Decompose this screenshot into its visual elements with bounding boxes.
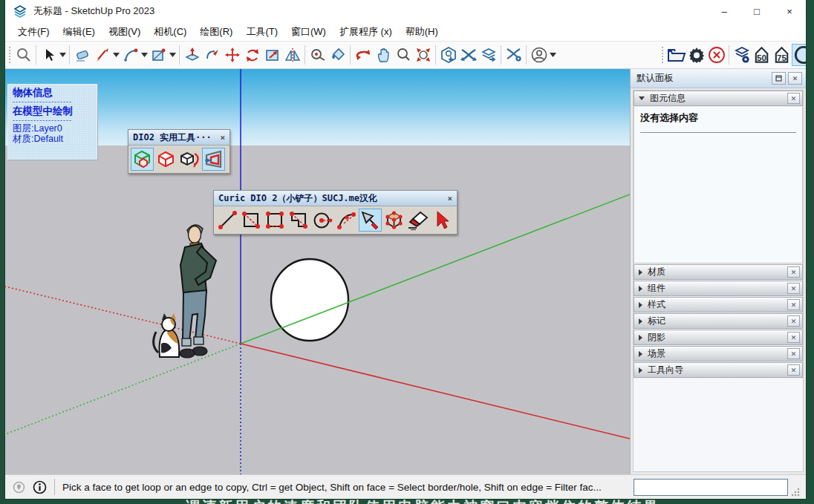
section-close-icon[interactable]: ✕: [787, 266, 800, 278]
rotate-icon[interactable]: [242, 45, 262, 65]
model-viewport[interactable]: 物体信息 -------------------- 在模型中绘制 -------…: [5, 69, 630, 474]
sketchup-window: 无标题 - SketchUp Pro 2023 – □ × 文件(F) 编辑(E…: [5, 0, 806, 499]
section-scenes[interactable]: 场景 ✕: [634, 346, 803, 361]
extension-download-icon[interactable]: [438, 45, 458, 65]
circle-center-icon[interactable]: [311, 209, 334, 232]
layers-eye-icon[interactable]: [732, 45, 752, 65]
flip-icon[interactable]: [282, 45, 302, 65]
statusbar-divider: [54, 479, 55, 495]
zoom-icon[interactable]: [393, 45, 413, 65]
tape-measure-icon[interactable]: [307, 45, 328, 65]
cube-vertices-icon[interactable]: [382, 209, 406, 232]
arc-3pt-icon[interactable]: [335, 209, 358, 232]
menu-extensions[interactable]: 扩展程序 (x): [333, 22, 399, 41]
two-point-arc-icon[interactable]: [120, 45, 140, 65]
minimize-button[interactable]: –: [708, 0, 740, 22]
section-close-icon[interactable]: ✕: [787, 332, 800, 343]
menu-window[interactable]: 窗口(W): [284, 22, 333, 41]
svg-text:50: 50: [757, 53, 766, 62]
scale-icon[interactable]: [262, 45, 282, 65]
section-shadows[interactable]: 阴影 ✕: [634, 330, 803, 345]
settings-gear-icon[interactable]: [686, 45, 706, 65]
account-icon[interactable]: [529, 45, 549, 65]
default-tray-panel: 默认面板 ✕ 图元信息 ✕ 没有选择内容: [630, 69, 806, 474]
section-tags[interactable]: 标记 ✕: [634, 313, 803, 329]
cancel-red-icon[interactable]: [706, 45, 726, 65]
pencil-line-icon[interactable]: [92, 45, 112, 65]
menu-draw[interactable]: 绘图(R): [193, 22, 239, 41]
curic-close-icon[interactable]: ×: [446, 194, 454, 203]
section-materials[interactable]: 材质 ✕: [634, 264, 803, 280]
dio2-close-icon[interactable]: ×: [218, 133, 227, 143]
rect-diagonal-icon[interactable]: [240, 209, 263, 232]
menu-camera[interactable]: 相机(C): [147, 22, 193, 41]
section-close-icon[interactable]: ✕: [787, 93, 800, 104]
section-close-icon[interactable]: ✕: [787, 348, 800, 359]
zoom-extents-icon[interactable]: [413, 45, 433, 65]
panel-titlebar: 默认面板 ✕: [631, 69, 806, 88]
dio2-toolbar-titlebar[interactable]: DIO2 实用工具··· ×: [128, 130, 229, 145]
polyline-shape-icon[interactable]: [287, 209, 310, 232]
rect-points-icon[interactable]: [264, 209, 287, 232]
cube-unwrap-icon[interactable]: [178, 148, 201, 171]
status-bar: Pick a face to get loop or an edge to co…: [5, 474, 806, 499]
menu-help[interactable]: 帮助(H): [399, 22, 445, 41]
folder-icon[interactable]: [666, 45, 686, 65]
resize-grip[interactable]: [791, 488, 800, 497]
account-dropdown-icon[interactable]: [549, 45, 557, 65]
section-entity-info[interactable]: 图元信息 ✕: [634, 91, 803, 106]
curic-toolbar-title: Curic DIO 2（小铲子）SUCJ.me汉化: [218, 192, 377, 205]
pan-icon[interactable]: [373, 45, 393, 65]
follow-me-icon[interactable]: [202, 45, 222, 65]
section-close-icon[interactable]: ✕: [787, 283, 800, 294]
door-swing-icon[interactable]: [202, 148, 225, 171]
cube-green-red-icon[interactable]: [131, 148, 154, 171]
orbit-icon[interactable]: [353, 45, 373, 65]
cube-red-icon[interactable]: [154, 148, 178, 171]
c-tool-highlighted-icon[interactable]: [792, 44, 806, 66]
extension-settings-icon[interactable]: [504, 45, 524, 65]
info-icon[interactable]: [32, 480, 47, 494]
no-selection-message: 没有选择内容: [640, 111, 796, 125]
trowel-selected-icon[interactable]: [359, 209, 382, 232]
menu-edit[interactable]: 编辑(E): [56, 22, 102, 41]
curic-toolbar-titlebar[interactable]: Curic DIO 2（小铲子）SUCJ.me汉化 ×: [214, 191, 457, 206]
zoom-window-icon[interactable]: [13, 45, 33, 65]
measurement-input[interactable]: [634, 479, 788, 496]
section-close-icon[interactable]: ✕: [787, 364, 800, 376]
push-pull-icon[interactable]: [182, 45, 202, 65]
pencil-dropdown-icon[interactable]: [112, 45, 120, 65]
select-red-arrow-icon[interactable]: [430, 209, 453, 232]
section-styles[interactable]: 样式 ✕: [634, 297, 803, 312]
rectangle-icon[interactable]: [149, 45, 169, 65]
chevron-right-icon: [639, 351, 642, 357]
close-button[interactable]: ×: [773, 0, 806, 22]
section-components[interactable]: 组件 ✕: [634, 281, 803, 296]
line-2pt-icon[interactable]: [216, 209, 239, 232]
arc-dropdown-icon[interactable]: [140, 45, 149, 65]
menu-tools[interactable]: 工具(T): [239, 22, 284, 41]
menu-file[interactable]: 文件(F): [11, 22, 56, 41]
section-instructor[interactable]: 工具向导 ✕: [634, 362, 803, 378]
section-close-icon[interactable]: ✕: [787, 315, 800, 327]
maximize-button[interactable]: □: [740, 0, 773, 22]
layers-export-icon[interactable]: [478, 45, 498, 65]
geolocation-icon[interactable]: [11, 480, 26, 494]
intersect-icon[interactable]: [458, 45, 478, 65]
eraser-icon[interactable]: [72, 45, 92, 65]
select-dropdown-icon[interactable]: [59, 45, 67, 65]
paint-bucket-icon[interactable]: [328, 45, 348, 65]
arrow-50-icon[interactable]: 50: [752, 45, 772, 65]
move-icon[interactable]: [222, 45, 242, 65]
toolbar-grip-right[interactable]: [661, 46, 665, 64]
toolbar-grip[interactable]: [8, 46, 12, 64]
panel-close-icon[interactable]: ✕: [788, 72, 802, 85]
scale-figure[interactable]: [152, 220, 241, 361]
section-close-icon[interactable]: ✕: [787, 299, 800, 310]
menu-view[interactable]: 视图(V): [102, 22, 147, 41]
arrow-75-icon[interactable]: 75: [772, 45, 792, 65]
panel-pin-icon[interactable]: [772, 72, 786, 85]
rectangle-dropdown-icon[interactable]: [169, 45, 177, 65]
eraser-red-icon[interactable]: [406, 209, 429, 232]
select-arrow-icon[interactable]: [39, 45, 59, 65]
